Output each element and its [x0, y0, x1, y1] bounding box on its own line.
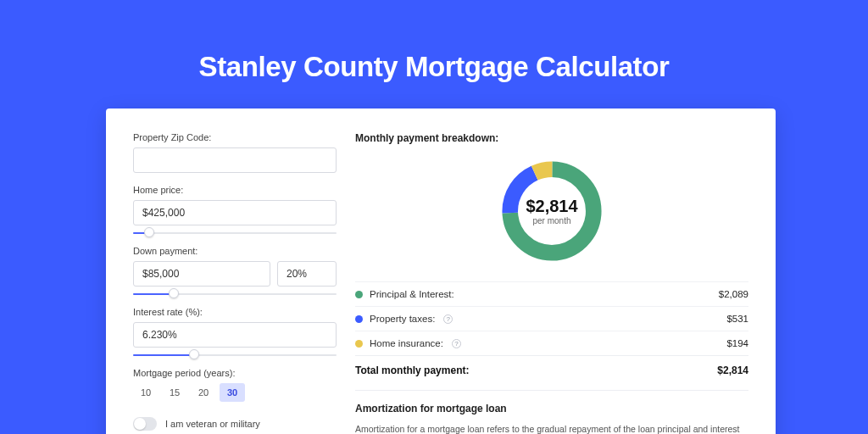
legend-label: Principal & Interest: [370, 289, 454, 299]
down-payment-pct-input[interactable] [277, 261, 337, 287]
amortization-section: Amortization for mortgage loan Amortizat… [355, 390, 748, 434]
legend-row-taxes: Property taxes: ? $531 [355, 306, 748, 331]
slider-fill [133, 293, 174, 295]
slider-thumb[interactable] [169, 288, 179, 298]
slider-thumb[interactable] [189, 349, 199, 359]
period-20-button[interactable]: 20 [191, 383, 216, 402]
legend-label: Property taxes: [370, 314, 435, 324]
legend-value: $194 [726, 338, 748, 348]
info-icon[interactable]: ? [443, 314, 453, 324]
calculator-card: Property Zip Code: Home price: Down paym… [106, 108, 776, 434]
interest-rate-slider[interactable] [133, 353, 337, 358]
interest-rate-input[interactable] [133, 322, 337, 348]
veteran-label: I am veteran or military [165, 419, 260, 429]
period-10-button[interactable]: 10 [133, 383, 159, 402]
donut-center-sub: per month [526, 216, 577, 225]
period-15-button[interactable]: 15 [162, 383, 187, 402]
home-price-input[interactable] [133, 200, 337, 225]
donut-center: $2,814 per month [526, 197, 577, 225]
amortization-text: Amortization for a mortgage loan refers … [355, 423, 748, 434]
veteran-toggle[interactable] [133, 417, 157, 431]
dot-icon [355, 291, 363, 298]
home-price-slider[interactable] [133, 231, 337, 236]
breakdown-panel: Monthly payment breakdown: $2,814 per mo… [355, 132, 748, 434]
zip-input[interactable] [133, 147, 337, 173]
period-button-group: 10 15 20 30 [133, 383, 337, 402]
down-payment-label: Down payment: [133, 246, 337, 256]
mortgage-period-label: Mortgage period (years): [133, 368, 337, 378]
slider-thumb[interactable] [144, 227, 154, 237]
page-background: Stanley County Mortgage Calculator Prope… [0, 0, 868, 434]
home-price-label: Home price: [133, 185, 337, 195]
total-label: Total monthly payment: [355, 364, 469, 376]
page-title: Stanley County Mortgage Calculator [0, 0, 868, 83]
info-icon[interactable]: ? [452, 339, 461, 348]
donut-center-amount: $2,814 [526, 197, 577, 216]
zip-label: Property Zip Code: [133, 132, 337, 142]
amortization-title: Amortization for mortgage loan [355, 403, 748, 415]
dot-icon [355, 340, 363, 348]
legend-label: Home insurance: [370, 338, 443, 348]
legend-row-principal: Principal & Interest: $2,089 [355, 281, 748, 306]
donut-chart: $2,814 per month [355, 156, 748, 266]
slider-fill [133, 354, 194, 356]
interest-rate-label: Interest rate (%): [133, 307, 337, 317]
breakdown-title: Monthly payment breakdown: [355, 132, 748, 144]
veteran-row: I am veteran or military [133, 417, 337, 431]
total-row: Total monthly payment: $2,814 [355, 355, 748, 390]
period-30-button[interactable]: 30 [220, 383, 245, 402]
slider-track [133, 232, 337, 234]
total-value: $2,814 [717, 364, 748, 376]
toggle-knob [134, 418, 146, 430]
down-payment-slider[interactable] [133, 292, 337, 297]
form-panel: Property Zip Code: Home price: Down paym… [133, 132, 337, 434]
legend-row-insurance: Home insurance: ? $194 [355, 331, 748, 355]
down-payment-input[interactable] [133, 261, 270, 287]
legend-value: $531 [726, 314, 748, 324]
dot-icon [355, 315, 363, 323]
legend-value: $2,089 [719, 289, 748, 299]
